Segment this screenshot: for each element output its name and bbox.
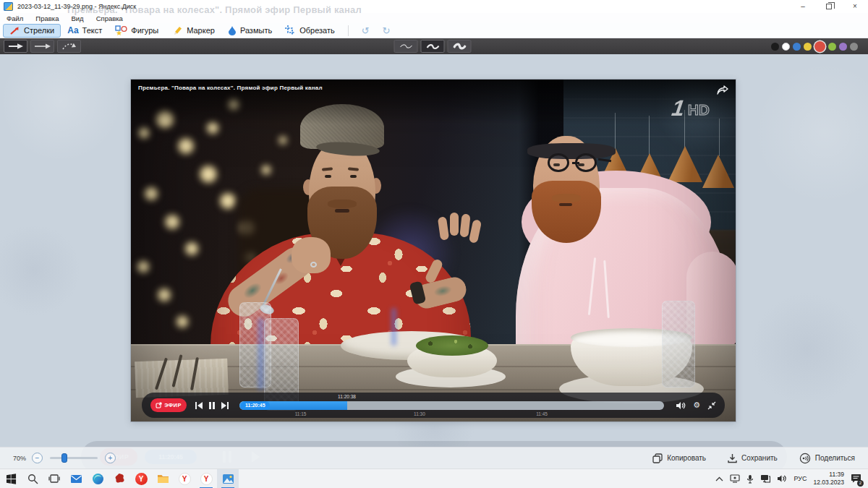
mouth: [335, 209, 349, 213]
task-view-button[interactable]: [43, 469, 65, 488]
marker-icon: [171, 25, 183, 35]
screenshot-image[interactable]: Премьера. "Повара на колесах". Прямой эф…: [131, 80, 736, 421]
restore-button[interactable]: [816, 0, 842, 13]
hidden-icons-chevron[interactable]: [715, 476, 723, 481]
start-button[interactable]: [0, 469, 22, 488]
action-center-button[interactable]: 2: [851, 474, 861, 484]
screenshot-editor-app-icon[interactable]: [217, 469, 239, 488]
yandex-app-icon[interactable]: Y: [174, 469, 195, 488]
yandex-disk-app-icon[interactable]: Y: [195, 469, 217, 488]
timeline-tick: 11:30: [414, 411, 425, 416]
bokeh-light: [144, 187, 158, 201]
notification-badge: 2: [857, 480, 864, 487]
edge-swirl-icon: [92, 473, 104, 485]
beanie-band: [527, 143, 616, 159]
swatch-green[interactable]: [828, 43, 836, 51]
pause-icon: [208, 401, 216, 410]
share-label: Поделиться: [815, 454, 855, 462]
swatch-red-selected[interactable]: [814, 41, 825, 52]
bokeh-light: [261, 165, 271, 175]
line-medium[interactable]: [421, 40, 445, 53]
swatch-white[interactable]: [782, 43, 790, 51]
straight-arrow-icon: [8, 43, 24, 50]
network-icon[interactable]: [760, 474, 770, 483]
bottom-actions: Копировать Сохранить Поделиться: [652, 453, 855, 464]
line-thick[interactable]: [448, 40, 472, 53]
zoom-in-button[interactable]: +: [105, 453, 116, 463]
mustache: [328, 200, 357, 208]
menu-bar: Файл Правка Вид Справка: [0, 13, 868, 23]
bokeh-light: [184, 241, 199, 256]
tool-shapes[interactable]: Фигуры: [109, 24, 165, 38]
zoom-out-button[interactable]: −: [32, 453, 43, 463]
window-title: 2023-03-12_11-39-29.png - Яндекс.Диск: [17, 3, 136, 10]
tool-marker[interactable]: Маркер: [165, 24, 221, 38]
mail-app-icon[interactable]: [65, 469, 87, 488]
eye: [325, 175, 331, 178]
tool-arrows[interactable]: Стрелки: [3, 24, 61, 38]
microphone-icon[interactable]: [746, 474, 754, 484]
tool-arrows-label: Стрелки: [24, 26, 54, 35]
editor-bottom-bar: 70% − + Копировать Сохранить Поделиться: [0, 447, 868, 468]
swatch-purple[interactable]: [839, 43, 847, 51]
arrow-style-curved[interactable]: [57, 40, 81, 53]
minus-icon: −: [35, 454, 40, 462]
edge-browser-icon[interactable]: [87, 469, 109, 488]
finger: [459, 213, 470, 237]
bokeh-light: [219, 192, 237, 210]
swatch-yellow[interactable]: [804, 43, 812, 51]
hd-label: HD: [688, 102, 710, 119]
video-control-bar: ЭФИР 11:20:45 11:20:38 11:15 11:30 11:45…: [142, 393, 725, 418]
editor-toolbar: Стрелки Aa Текст Фигуры Маркер Размыть О…: [0, 23, 868, 38]
window-titlebar: 2023-03-12_11-39-29.png - Яндекс.Диск – …: [0, 0, 868, 13]
drinking-glass: [662, 301, 695, 388]
language-indicator[interactable]: РУС: [793, 475, 807, 482]
copy-button[interactable]: Копировать: [652, 453, 706, 463]
close-button[interactable]: ×: [842, 0, 868, 13]
file-explorer-icon[interactable]: [152, 469, 174, 488]
close-icon: ×: [853, 3, 857, 10]
video-title: Премьера. "Повара на колесах". Прямой эф…: [138, 85, 323, 91]
arrow-style-straight[interactable]: [4, 40, 27, 53]
finger: [450, 213, 459, 236]
tool-crop[interactable]: Обрезать: [278, 24, 341, 38]
tool-blur[interactable]: Размыть: [221, 24, 278, 38]
plus-icon: +: [109, 454, 113, 462]
line-thin[interactable]: [394, 40, 418, 53]
tool-text[interactable]: Aa Текст: [61, 24, 109, 38]
arrow-style-long[interactable]: [30, 40, 54, 53]
yandex-disk-tray-icon[interactable]: [730, 474, 740, 483]
share-button[interactable]: Поделиться: [799, 453, 855, 464]
swatch-blue[interactable]: [793, 43, 801, 51]
current-time-bubble: 11:20:45: [241, 401, 270, 410]
download-icon: [728, 453, 737, 463]
line-thickness-group: [394, 40, 475, 53]
search-button[interactable]: [22, 469, 43, 488]
menu-help[interactable]: Справка: [96, 14, 123, 22]
skip-forward-icon: [221, 401, 229, 410]
save-button[interactable]: Сохранить: [728, 453, 778, 463]
color-swatches: [771, 41, 864, 52]
shapes-icon: [115, 25, 127, 35]
clock[interactable]: 11:39 12.03.2023: [813, 471, 844, 486]
undo-button[interactable]: ↺: [355, 25, 376, 36]
red-app-icon[interactable]: [109, 469, 130, 488]
menu-file[interactable]: Файл: [7, 14, 23, 22]
save-label: Сохранить: [741, 454, 778, 462]
live-label: ЭФИР: [164, 402, 182, 408]
minimize-button[interactable]: –: [790, 0, 816, 13]
zoom-slider-thumb[interactable]: [61, 453, 67, 463]
swatch-gray[interactable]: [850, 43, 858, 51]
zoom-slider[interactable]: [50, 457, 98, 459]
swatch-black[interactable]: [771, 43, 779, 51]
tool-blur-label: Размыть: [240, 26, 272, 35]
tool-marker-label: Маркер: [187, 26, 215, 35]
menu-edit[interactable]: Правка: [35, 14, 59, 22]
speaker-icon[interactable]: [777, 474, 787, 483]
yandex-browser-icon[interactable]: Y: [130, 469, 152, 488]
folder-icon: [157, 474, 169, 484]
mustache: [552, 194, 581, 202]
menu-view[interactable]: Вид: [71, 14, 83, 22]
task-view-icon: [48, 474, 60, 484]
redo-button[interactable]: ↻: [376, 25, 397, 36]
